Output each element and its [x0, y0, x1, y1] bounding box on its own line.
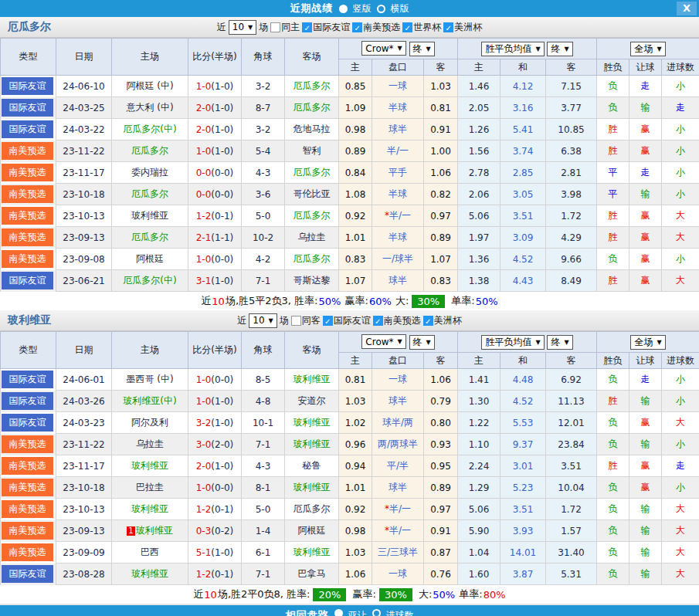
handicap-trend-radio-label[interactable]: 亚让 [348, 609, 367, 616]
corner-cell: 7-1 [242, 434, 285, 455]
away-team-cell: 厄瓜多尔 [285, 205, 339, 227]
draw-odds-cell: 3.93 [500, 520, 546, 542]
away-team-cell: 智利 [285, 140, 339, 162]
match-type-badge: 南美预选 [2, 457, 53, 475]
team-section-header: 厄瓜多尔近10▼场同主✓国际友谊✓南美预选✓世界杯✓美洲杯 [0, 17, 699, 38]
team-sections: 厄瓜多尔近10▼场同主✓国际友谊✓南美预选✓世界杯✓美洲杯类型日期主场比分(半场… [0, 17, 699, 604]
table-row: 南美预选23-11-22厄瓜多尔1-0(1-0)5-4智利0.89半/一1.00… [1, 140, 699, 162]
handicap-result-cell: 赢 [629, 205, 662, 227]
handicap-cell: 平/半 [372, 455, 424, 477]
away-team-cell: 安道尔 [285, 391, 339, 412]
column-header: 角球 [242, 332, 285, 369]
handicap-result-cell: 输 [629, 184, 662, 205]
goals-result-cell: 大 [662, 520, 699, 542]
corner-cell: 8-7 [242, 97, 285, 119]
league-checkbox[interactable]: ✓南美预选 [373, 314, 421, 327]
lose-odds-cell: 9.66 [546, 249, 597, 270]
final-select[interactable]: 终▼ [409, 42, 435, 56]
league-checkbox[interactable]: ✓南美预选 [352, 21, 400, 34]
match-type-cell: 国际友谊 [1, 391, 56, 412]
checkbox-icon[interactable]: ✓ [402, 22, 412, 32]
league-checkbox[interactable]: ✓国际友谊 [323, 314, 371, 327]
handicap-result-cell: 赢 [629, 270, 662, 292]
handicap-result-cell: 赢 [629, 140, 662, 162]
corner-cell: 6-1 [242, 542, 285, 564]
checkbox-icon[interactable]: ✓ [373, 316, 383, 326]
checkbox-icon[interactable]: ✓ [423, 316, 433, 326]
checkbox-icon[interactable]: ✓ [352, 22, 362, 32]
league-checkbox[interactable]: ✓美洲杯 [423, 314, 462, 327]
layout-radio-horizontal[interactable] [377, 5, 385, 13]
away-team-cell: 玻利维亚 [285, 434, 339, 455]
scope-select[interactable]: 全场▼ [630, 335, 665, 350]
company-odds-group-header: Crow*▼ 终▼ [339, 332, 458, 353]
draw-odds-cell: 3.09 [500, 227, 546, 249]
result-cell: 负 [597, 564, 629, 585]
match-type-badge: 国际友谊 [2, 414, 53, 432]
chevron-down-icon: ▼ [657, 339, 661, 346]
handicap-result-cell: 赢 [629, 227, 662, 249]
final-select[interactable]: 终▼ [409, 335, 435, 350]
score-cell: 3-2(1-0) [188, 412, 242, 434]
checkbox-icon[interactable]: ✓ [302, 22, 312, 32]
league-checkbox[interactable]: ✓美洲杯 [443, 21, 482, 34]
scope-select[interactable]: 全场▼ [630, 42, 665, 56]
handicap-cell: 一球 [372, 76, 424, 97]
games-count-select[interactable]: 10▼ [249, 313, 277, 328]
sub-column-header: 盘口 [372, 353, 424, 369]
away-team-cell: 玻利维亚 [285, 477, 339, 499]
table-row: 南美预选23-11-17玻利维亚2-0(1-0)4-3秘鲁0.94平/半0.95… [1, 455, 699, 477]
match-type-badge: 南美预选 [2, 207, 53, 225]
column-header: 比分(半场) [188, 332, 242, 369]
checkbox-icon[interactable] [291, 316, 301, 326]
same-venue-checkbox[interactable]: 同主 [270, 21, 300, 34]
win-odds-cell: 1.97 [458, 227, 500, 249]
home-team-cell: 阿尔及利 [112, 412, 188, 434]
goals-trend-radio-label[interactable]: 进球数 [386, 609, 414, 616]
home-team-cell: 玻利维亚 [112, 564, 188, 585]
checkbox-icon[interactable]: ✓ [443, 22, 453, 32]
match-type-cell: 国际友谊 [1, 97, 56, 119]
checkbox-icon[interactable] [270, 22, 280, 32]
home-odds-cell: 1.07 [339, 270, 372, 292]
odds-type-select[interactable]: 胜平负均值▼ [481, 42, 544, 56]
win-odds-cell: 5.06 [458, 205, 500, 227]
score-cell: 0-0(0-0) [188, 184, 242, 205]
league-checkbox[interactable]: ✓世界杯 [402, 21, 441, 34]
score-cell: 1-0(1-0) [188, 391, 242, 412]
league-checkbox[interactable]: ✓国际友谊 [302, 21, 350, 34]
home-odds-cell: 1.03 [339, 391, 372, 412]
close-icon[interactable]: X [677, 2, 697, 15]
away-odds-cell: 0.89 [424, 477, 458, 499]
chevron-down-icon: ▼ [564, 339, 568, 346]
corner-cell: 10-1 [242, 412, 285, 434]
chevron-down-icon: ▼ [535, 46, 540, 52]
company-select[interactable]: Crow*▼ [361, 41, 405, 56]
match-type-badge: 南美预选 [2, 543, 53, 561]
goals-trend-radio[interactable] [372, 609, 381, 616]
lose-odds-cell: 1.72 [546, 499, 597, 520]
checkbox-icon[interactable]: ✓ [323, 316, 333, 326]
sub-column-header: 让球 [629, 59, 662, 76]
layout-radio-horizontal-label[interactable]: 横版 [391, 2, 409, 15]
handicap-cell: 一球 [372, 564, 424, 585]
result-cell: 负 [597, 477, 629, 499]
final-select[interactable]: 终▼ [547, 42, 572, 56]
layout-radio-vertical[interactable] [339, 5, 348, 13]
date-cell: 23-11-22 [56, 140, 112, 162]
draw-odds-cell: 3.74 [500, 140, 546, 162]
layout-radio-vertical-label[interactable]: 竖版 [353, 2, 372, 15]
away-odds-cell: 0.79 [424, 391, 458, 412]
home-team-cell: 巴西 [112, 542, 188, 564]
final-select[interactable]: 终▼ [547, 335, 572, 350]
lose-odds-cell: 10.04 [546, 477, 597, 499]
draw-odds-cell: 3.16 [500, 97, 546, 119]
home-odds-cell: 1.09 [339, 97, 372, 119]
match-type-cell: 南美预选 [1, 499, 56, 520]
handicap-result-cell: 赢 [629, 455, 662, 477]
odds-type-select[interactable]: 胜平负均值▼ [481, 335, 544, 350]
games-count-select[interactable]: 10▼ [229, 20, 256, 35]
same-venue-checkbox[interactable]: 同客 [291, 314, 321, 327]
handicap-trend-radio[interactable] [334, 609, 343, 616]
company-select[interactable]: Crow*▼ [361, 334, 405, 349]
